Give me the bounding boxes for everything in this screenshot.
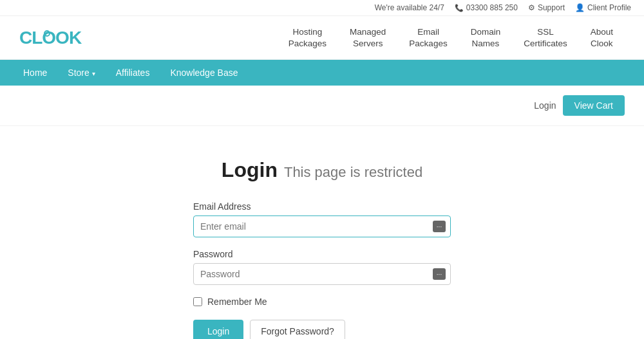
secondary-nav: Home Store ▾ Affiliates Knowledge Base — [0, 60, 644, 86]
nav-item-email-packages[interactable]: EmailPackages — [397, 23, 459, 53]
client-profile-section: Client Profile — [575, 3, 631, 12]
nav-item-ssl[interactable]: SSLCertificates — [512, 23, 579, 53]
support-section: Support — [528, 3, 565, 12]
secondary-nav-affiliates[interactable]: Affiliates — [106, 60, 160, 86]
email-label: Email Address — [193, 201, 451, 212]
secondary-nav-knowledge-base[interactable]: Knowledge Base — [160, 60, 248, 86]
logo[interactable]: CLOOK — [19, 28, 81, 48]
available-text: We're available 24/7 — [375, 3, 444, 12]
phone-icon — [455, 4, 464, 12]
secondary-nav-store[interactable]: Store ▾ — [57, 60, 105, 86]
password-input-wrapper: ··· — [193, 263, 451, 285]
login-section: Login This page is restricted Email Addr… — [0, 126, 644, 339]
email-icon: ··· — [433, 221, 446, 232]
action-bar: Login View Cart — [0, 86, 644, 126]
client-profile-link[interactable]: Client Profile — [587, 3, 631, 12]
main-nav: CLOOK HostingPackages ManagedServers Ema… — [0, 16, 644, 60]
email-group: Email Address ··· — [193, 201, 451, 237]
remember-me-checkbox[interactable] — [193, 297, 202, 306]
restricted-text: This page is restricted — [284, 164, 422, 181]
utility-bar: We're available 24/7 03300 885 250 Suppo… — [0, 0, 644, 16]
phone-section: 03300 885 250 — [455, 3, 518, 12]
password-icon: ··· — [433, 268, 446, 280]
forgot-password-button[interactable]: Forgot Password? — [250, 320, 345, 339]
main-nav-items: HostingPackages ManagedServers EmailPack… — [277, 23, 625, 53]
nav-item-hosting[interactable]: HostingPackages — [277, 23, 338, 53]
remember-me-group: Remember Me — [193, 297, 451, 307]
login-heading: Login This page is restricted — [222, 158, 422, 182]
client-icon — [575, 3, 585, 12]
phone-link[interactable]: 03300 885 250 — [466, 3, 518, 12]
password-input[interactable] — [193, 263, 451, 285]
remember-me-label: Remember Me — [207, 297, 267, 307]
support-icon — [528, 3, 535, 12]
login-submit-button[interactable]: Login — [193, 320, 243, 339]
login-form: Email Address ··· Password ··· Remember … — [193, 201, 451, 339]
email-input[interactable] — [193, 215, 451, 237]
store-dropdown-icon: ▾ — [92, 70, 95, 77]
secondary-nav-home[interactable]: Home — [13, 60, 57, 86]
support-link[interactable]: Support — [538, 3, 565, 12]
login-title: Login — [222, 158, 278, 182]
password-label: Password — [193, 249, 451, 259]
login-link[interactable]: Login — [534, 100, 556, 111]
nav-item-domain-names[interactable]: DomainNames — [459, 23, 513, 53]
password-group: Password ··· — [193, 249, 451, 285]
nav-item-about[interactable]: AboutClook — [579, 23, 625, 53]
form-buttons: Login Forgot Password? — [193, 320, 451, 339]
view-cart-button[interactable]: View Cart — [563, 95, 625, 116]
email-input-wrapper: ··· — [193, 215, 451, 237]
nav-item-managed-servers[interactable]: ManagedServers — [338, 23, 397, 53]
